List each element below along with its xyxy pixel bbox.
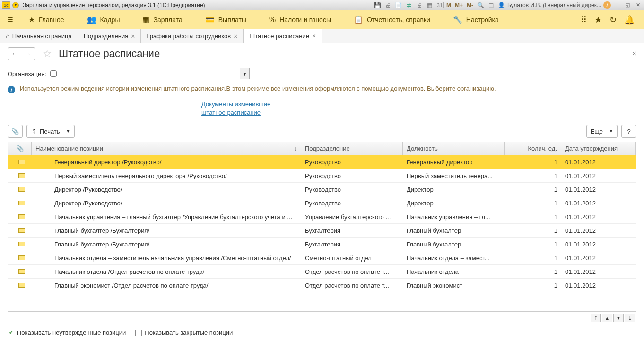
info-badge-icon[interactable]: i xyxy=(603,1,611,9)
titlebar-dropdown-icon[interactable]: ▾ xyxy=(12,2,19,8)
tab-staffing[interactable]: Штатное расписание × xyxy=(244,29,322,43)
table-row[interactable]: Начальник управления – главный бухгалтер… xyxy=(8,210,636,224)
show-closed-check[interactable]: Показывать закрытые позиции xyxy=(135,329,233,336)
bell-icon[interactable]: 🔔 xyxy=(624,15,635,25)
col-date-header[interactable]: Дата утверждения xyxy=(561,142,636,155)
chevron-down-icon: ▼ xyxy=(63,129,70,134)
nav-back-button[interactable]: ← xyxy=(8,48,21,60)
m-minus-button[interactable]: M- xyxy=(466,2,474,8)
nav-first-button[interactable]: ⤒ xyxy=(591,314,601,322)
close-icon[interactable]: × xyxy=(234,33,237,40)
org-input[interactable] xyxy=(61,68,240,79)
toolbar-right: Еще ▼ ? xyxy=(586,125,636,138)
docs-link-line1[interactable]: Документы изменившие xyxy=(201,101,270,108)
col-name-header[interactable]: Наименование позиции xyxy=(32,142,301,155)
table-row[interactable]: Главный экономист /Отдел расчетов по опл… xyxy=(8,279,636,292)
row-status-icon xyxy=(18,160,25,164)
menu-taxes-label: Налоги и взносы xyxy=(279,16,331,24)
filter-row: Организация: ▼ xyxy=(8,68,636,79)
cell-date: 01.01.2012 xyxy=(561,172,636,179)
cell-name: Директор /Руководство/ xyxy=(32,200,301,207)
print-icon[interactable]: 🖨 xyxy=(384,1,392,9)
close-icon[interactable]: × xyxy=(131,33,135,40)
show-unapproved-check[interactable]: ✔ Показывать неутвержденные позиции xyxy=(8,329,126,336)
zoom-icon[interactable]: 🔍 xyxy=(476,1,485,9)
table-row[interactable]: Директор /Руководство/ Руководство Дирек… xyxy=(8,183,636,196)
tab-schedules[interactable]: Графики работы сотрудников × xyxy=(141,29,244,43)
table-row[interactable]: Главный бухгалтер /Бухгалтерия/ Бухгалте… xyxy=(8,238,636,251)
apps-grid-icon[interactable]: ⠿ xyxy=(581,15,587,25)
cell-pos: Начальник отдела xyxy=(403,268,505,275)
cell-dept: Отдел расчетов по оплате т... xyxy=(301,282,403,289)
nav-last-button[interactable]: ⤓ xyxy=(625,314,635,322)
cell-pos: Главный бухгалтер xyxy=(403,227,505,234)
maximize-button[interactable]: ◱ xyxy=(623,1,632,9)
more-button[interactable]: Еще ▼ xyxy=(586,125,618,138)
close-window-button[interactable]: ✕ xyxy=(634,1,642,9)
col-dept-header[interactable]: Подразделение xyxy=(301,142,403,155)
cell-qty: 1 xyxy=(505,200,561,207)
tab-home[interactable]: ⌂ Начальная страница xyxy=(0,29,78,43)
col-pos-header[interactable]: Должность xyxy=(403,142,505,155)
m-plus-button[interactable]: M+ xyxy=(454,2,464,8)
table-row[interactable]: Первый заместитель генерального директор… xyxy=(8,169,636,183)
menu-settings[interactable]: 🔧 Настройка xyxy=(442,15,510,24)
favorite-star-icon[interactable]: ★ xyxy=(594,15,602,25)
menu-main[interactable]: ★ Главное xyxy=(17,15,76,24)
favorite-outline-icon[interactable]: ☆ xyxy=(43,48,52,60)
cell-qty: 1 xyxy=(505,241,561,248)
user-name[interactable]: Булатов И.В. (Генеральный дирек... xyxy=(507,2,601,8)
attach-button[interactable]: 📎 xyxy=(8,125,23,138)
org-checkbox[interactable] xyxy=(50,70,57,77)
cell-date: 01.01.2012 xyxy=(561,227,636,234)
nav-forward-button[interactable]: → xyxy=(21,48,35,60)
cell-qty: 1 xyxy=(505,268,561,275)
cell-dept: Руководство xyxy=(301,186,403,193)
close-icon[interactable]: × xyxy=(312,32,316,40)
col-attach-header[interactable]: 📎 xyxy=(8,142,32,155)
menu-reports[interactable]: 📋 Отчетность, справки xyxy=(342,15,442,24)
tab-schedules-label: Графики работы сотрудников xyxy=(147,33,231,40)
links-area: Документы изменившие штатное расписание xyxy=(201,100,636,117)
help-button[interactable]: ? xyxy=(621,125,636,138)
compare-icon[interactable]: ⇄ xyxy=(405,1,413,9)
tab-departments[interactable]: Подразделения × xyxy=(78,29,141,43)
table-row[interactable]: Генеральный директор /Руководство/ Руков… xyxy=(8,155,636,169)
close-page-button[interactable]: × xyxy=(632,50,636,58)
col-qty-header[interactable]: Колич. ед. xyxy=(505,142,561,155)
m-button[interactable]: M xyxy=(445,2,452,8)
nav-down-button[interactable]: ▼ xyxy=(613,314,624,322)
row-status-icon xyxy=(18,228,25,233)
org-select[interactable]: ▼ xyxy=(61,68,250,79)
menu-payments[interactable]: 💳 Выплаты xyxy=(194,15,258,24)
hamburger-menu-icon[interactable]: ☰ xyxy=(4,13,17,26)
cell-dept: Бухгалтерия xyxy=(301,241,403,248)
docs-link-line2[interactable]: штатное расписание xyxy=(201,109,261,116)
panels-icon[interactable]: ◫ xyxy=(487,1,495,9)
grid-icon[interactable]: ▦ xyxy=(426,1,434,9)
doc-icon[interactable]: 📄 xyxy=(394,1,403,9)
chevron-down-icon[interactable]: ▼ xyxy=(240,68,249,79)
cell-name: Главный экономист /Отдел расчетов по опл… xyxy=(32,282,301,289)
menu-taxes[interactable]: % Налоги и взносы xyxy=(258,16,342,24)
menu-salary[interactable]: ▦ Зарплата xyxy=(131,15,193,24)
cell-dept: Отдел расчетов по оплате т... xyxy=(301,268,403,275)
table-row[interactable]: Начальник отдела – заместитель начальник… xyxy=(8,251,636,265)
print-button[interactable]: 🖨 Печать ▼ xyxy=(26,125,75,138)
clipboard-icon: 📋 xyxy=(354,15,363,24)
history-icon[interactable]: ↻ xyxy=(609,15,617,25)
calendar-icon[interactable]: 31 xyxy=(436,2,444,8)
table-row[interactable]: Директор /Руководство/ Руководство Дирек… xyxy=(8,196,636,210)
table-row[interactable]: Начальник отдела /Отдел расчетов по опла… xyxy=(8,265,636,279)
minimize-button[interactable]: — xyxy=(613,1,621,9)
table-body[interactable]: Генеральный директор /Руководство/ Руков… xyxy=(8,155,636,311)
print2-icon[interactable]: 🖨 xyxy=(415,1,424,9)
cell-date: 01.01.2012 xyxy=(561,200,636,207)
nav-up-button[interactable]: ▲ xyxy=(602,314,612,322)
table-row[interactable]: Главный бухгалтер /Бухгалтерия/ Бухгалте… xyxy=(8,224,636,238)
cell-date: 01.01.2012 xyxy=(561,241,636,248)
page-title: Штатное расписание xyxy=(59,48,160,60)
menu-personnel[interactable]: 👥 Кадры xyxy=(76,15,131,24)
titlebar: 1c ▾ Зарплата и управление персоналом, р… xyxy=(0,0,644,10)
save-icon[interactable]: 💾 xyxy=(374,1,382,9)
